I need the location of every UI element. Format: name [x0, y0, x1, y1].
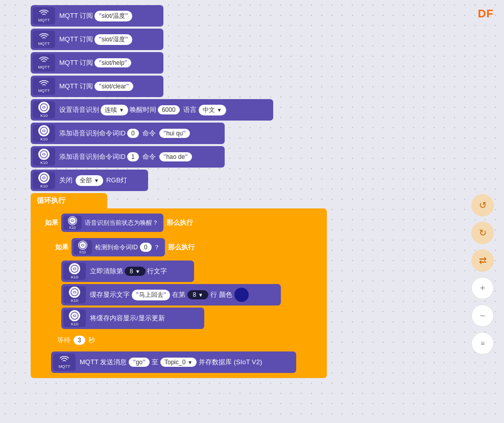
clear-block: K10 立即清除第 8 ▼ 行文字 — [61, 261, 194, 282]
wait-block: 等待 3 秒 — [51, 331, 324, 349]
svg-point-8 — [71, 312, 78, 319]
if-block-1: 如果 K10 语音识别当前状态为唤醒？ 那么执 — [41, 212, 324, 234]
mqtt-topic-1[interactable]: " siot/温度 " — [94, 11, 132, 21]
flip-button[interactable]: ⇄ — [471, 249, 494, 272]
clear-text: 立即清除第 — [90, 267, 123, 276]
mqtt-send-block: MQTT MQTT 发送消息 " go " 至 Topic_0 ▼ 并存数据库 … — [51, 351, 296, 373]
condition-text-2b: ？ — [154, 243, 160, 252]
wait-value[interactable]: 3 — [74, 336, 85, 345]
add-cmd2-text: 添加语音识别命令词ID — [59, 152, 126, 161]
wifi-icon-3 — [39, 57, 49, 65]
wifi-icon-4 — [39, 80, 49, 88]
mqtt-send-text: MQTT 发送消息 — [80, 358, 127, 367]
cmd2-value[interactable]: " hao de " — [159, 152, 192, 161]
svg-point-1 — [40, 127, 47, 134]
mqtt-label-1: MQTT — [38, 18, 50, 22]
mqtt-icon-send: MQTT — [53, 354, 76, 371]
wifi-icon-send — [59, 356, 69, 364]
svg-point-0 — [40, 104, 47, 111]
clear-row[interactable]: 8 ▼ — [125, 267, 146, 276]
if-text-1: 如果 — [45, 218, 58, 227]
side-buttons: ↺ ↻ ⇄ + − ≡ — [471, 194, 494, 355]
undo-button[interactable]: ↺ — [471, 194, 494, 217]
wifi-icon-1 — [39, 10, 49, 18]
svg-point-6 — [71, 265, 78, 272]
add-cmd-block-1: K10 添加语音识别命令词ID 0 命令 " hui qu " — [31, 123, 225, 144]
nested-section: 如果 K10 检测到命令词ID — [41, 236, 324, 373]
cmd1-label: 命令 — [142, 129, 156, 138]
condition-id[interactable]: 0 — [140, 243, 152, 252]
lang-label: 语言 — [183, 105, 197, 114]
if-block-2: 如果 K10 检测到命令词ID — [51, 236, 324, 258]
loop-container: 循环执行 如果 K10 — [31, 193, 327, 378]
cmd1-id[interactable]: 0 — [127, 129, 139, 138]
buffer-text-value[interactable]: " 马上回去 " — [132, 290, 170, 300]
mqtt-text-3: MQTT 订阅 — [59, 58, 93, 67]
k10-icon-buffer: K10 — [63, 286, 86, 303]
blocks-container: MQTT MQTT 订阅 " siot/温度 " MQTT MQTT 订阅 " … — [31, 0, 327, 385]
mqtt-send-msg[interactable]: " go " — [129, 358, 150, 367]
mqtt-save-text: 并存数据库 (SIoT V2) — [199, 358, 262, 367]
inner-section: K10 立即清除第 8 ▼ 行文字 — [51, 261, 324, 329]
then-text-2: 那么执行 — [168, 243, 195, 252]
k10-icon-if1: K10 — [63, 216, 82, 230]
mqtt-icon-1: MQTT — [33, 7, 55, 25]
mqtt-send-label: MQTT — [59, 365, 70, 369]
loop-label: 循环执行 — [37, 196, 65, 204]
k10-icon-if2: K10 — [74, 240, 92, 254]
mqtt-text-1: MQTT 订阅 — [59, 11, 93, 20]
buffer-row[interactable]: 8 ▼ — [187, 290, 208, 299]
wifi-icon-2 — [39, 33, 49, 41]
mqtt-topic-2[interactable]: " siot/湿度 " — [94, 34, 132, 45]
redo-button[interactable]: ↻ — [471, 222, 494, 244]
mqtt-label-2: MQTT — [38, 42, 50, 46]
add-cmd-block-2: K10 添加语音识别命令词ID 1 命令 " hao de " — [31, 146, 225, 168]
svg-point-4 — [69, 217, 76, 224]
update-block: K10 将缓存内容显示/显示更新 — [61, 308, 204, 329]
wait-label: 等待 — [57, 336, 70, 345]
if-text-2: 如果 — [55, 243, 68, 252]
cmd2-id[interactable]: 1 — [127, 152, 139, 161]
speech-text: 设置语音识别 — [59, 105, 99, 114]
mqtt-text-4: MQTT 订阅 — [59, 82, 93, 91]
k10-icon-speech: K10 — [33, 101, 55, 119]
k10-icon-update: K10 — [63, 310, 86, 327]
lang-dropdown[interactable]: 中文 ▼ — [199, 105, 226, 115]
add-cmd1-text: 添加语音识别命令词ID — [59, 129, 126, 138]
mqtt-label-3: MQTT — [38, 65, 50, 69]
condition-block-1: K10 语音识别当前状态为唤醒？ — [61, 214, 163, 232]
mqtt-topic-4[interactable]: " siot/clear " — [94, 82, 133, 91]
speech-setup-block: K10 设置语音识别 连续 ▼ 唤醒时间 6000 语言 中文 ▼ — [31, 99, 273, 121]
wake-time-value[interactable]: 6000 — [158, 105, 180, 114]
topic-dropdown[interactable]: Topic_0 ▼ — [160, 358, 197, 367]
menu-button[interactable]: ≡ — [471, 332, 494, 355]
mqtt-icon-4: MQTT — [33, 78, 55, 95]
update-text: 将缓存内容显示/显示更新 — [90, 314, 165, 323]
rgb-mode-dropdown[interactable]: 全部 ▼ — [76, 175, 103, 186]
mqtt-block-1: MQTT MQTT 订阅 " siot/温度 " — [31, 5, 163, 27]
clear-suffix: 行文字 — [147, 267, 167, 276]
mqtt-block-4: MQTT MQTT 订阅 " siot/clear " — [31, 76, 163, 97]
rgb-suffix-text: RGB灯 — [106, 176, 127, 185]
color-picker[interactable] — [234, 288, 249, 302]
mqtt-icon-2: MQTT — [33, 31, 55, 48]
svg-point-3 — [40, 174, 47, 181]
mqtt-topic-3[interactable]: " siot/help " — [94, 58, 131, 67]
cmd1-value[interactable]: " hui qu " — [159, 129, 190, 138]
speech-mode-dropdown[interactable]: 连续 ▼ — [101, 105, 128, 115]
k10-icon-rgb: K10 — [33, 172, 55, 189]
zoom-in-button[interactable]: + — [471, 277, 494, 299]
buffer-row-prefix: 在第 — [172, 290, 185, 299]
loop-body: 如果 K10 语音识别当前状态为唤醒？ 那么执 — [31, 208, 327, 378]
condition-text-2a: 检测到命令词ID — [95, 243, 138, 252]
mqtt-block-3: MQTT MQTT 订阅 " siot/help " — [31, 52, 163, 74]
mqtt-block-2: MQTT MQTT 订阅 " siot/湿度 " — [31, 29, 163, 50]
wait-suffix: 秒 — [88, 336, 95, 345]
cmd2-label: 命令 — [142, 152, 156, 161]
svg-point-5 — [79, 242, 86, 249]
zoom-out-button[interactable]: − — [471, 304, 494, 327]
buffer-row-suffix: 行 颜色 — [210, 290, 232, 299]
k10-icon-clear: K10 — [63, 263, 86, 280]
buffer-text: 缓存显示文字 — [90, 290, 130, 299]
loop-header: 循环执行 — [31, 193, 107, 208]
